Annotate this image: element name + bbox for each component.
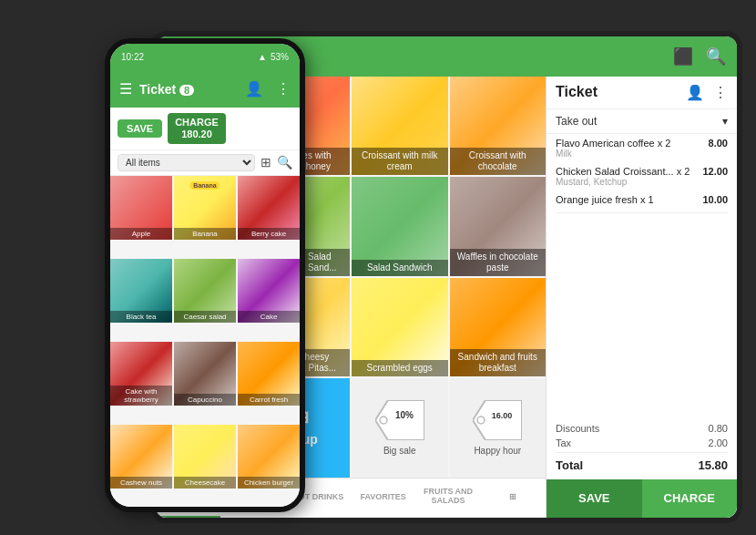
phone-item-label: Chicken burger (238, 477, 300, 489)
grid-item-label: Sandwich and fruits breakfast (450, 349, 547, 376)
ticket-header: Ticket 👤 ⋮ (547, 77, 737, 109)
ticket-item-name: Chicken Salad Croissant... x 2 (556, 166, 702, 177)
phone-item-label: Berry cake (238, 228, 300, 240)
ticket-actions: SAVE CHARGE (547, 479, 737, 518)
ticket-item: Orange juice fresh x 1 10.00 (556, 194, 728, 205)
grid-item-croissant-milk[interactable]: Croissant with milk cream (352, 77, 448, 176)
ticket-item-sub: Mustard, Ketchup (556, 177, 728, 187)
grid-item-label: Croissant with chocolate (450, 148, 547, 175)
phone-grid-item-chicken-burger[interactable]: Chicken burger (238, 425, 300, 489)
phone-more-icon[interactable]: ⋮ (276, 80, 291, 98)
wifi-icon: ▲ (258, 52, 267, 62)
phone-item-label: Cashew nuts (110, 477, 172, 489)
phone-grid-item-banana[interactable]: Banana Banana (174, 176, 236, 240)
dropdown-icon: ▾ (722, 115, 728, 128)
tax-row: Tax 2.00 (556, 437, 728, 448)
ticket-badge: 8 (179, 85, 194, 96)
phone-add-person-icon[interactable]: 👤 (245, 80, 263, 98)
ticket-header-icons: 👤 ⋮ (686, 84, 728, 101)
phone-time: 10:22 (121, 52, 144, 62)
grid-item-label: Croissant with milk cream (352, 148, 448, 175)
phone-grid-item-cashew-nuts[interactable]: Cashew nuts (110, 425, 172, 489)
grid-item-croissant-choc[interactable]: Croissant with chocolate (450, 77, 547, 176)
grid-item-sandwich-fruits[interactable]: Sandwich and fruits breakfast (450, 278, 547, 377)
grid-item-waffles[interactable]: Waffles in chocolate paste (450, 177, 547, 276)
phone-status-bar: 10:22 ▲ 53% (110, 44, 300, 71)
phone-grid-item-capuccino[interactable]: Capuccino (174, 342, 236, 406)
ticket-summary: Discounts 0.80 Tax 2.00 Total 15.80 (547, 419, 737, 479)
filter-icons: ⊞ 🔍 (261, 155, 292, 170)
ticket-item-price: 10.00 (702, 194, 728, 205)
phone-header-title: Ticket 8 (139, 82, 238, 97)
grid-item-happy-hour[interactable]: 16.00 Happy hour (450, 378, 547, 478)
phone-item-label: Cake (238, 311, 300, 323)
ticket-item-sub: Milk (556, 149, 728, 159)
discounts-label: Discounts (556, 423, 599, 434)
status-icons: ▲ 53% (258, 52, 289, 62)
total-value: 15.80 (698, 458, 728, 472)
phone-grid-item-berry-cake[interactable]: Berry cake (238, 176, 300, 240)
all-items-select[interactable]: All items (117, 154, 255, 171)
ticket-item-name: Flavo American coffee x 2 (556, 138, 709, 149)
battery-label: 53% (271, 52, 289, 62)
banana-badge: Banana (189, 181, 220, 190)
ticket-item-price: 8.00 (709, 138, 728, 149)
phone-grid-item-cheesecake[interactable]: Cheesecake (174, 425, 236, 489)
phone: 10:22 ▲ 53% ☰ Ticket 8 👤 ⋮ SAVE CHARGE18… (105, 38, 305, 512)
phone-grid-item-black-tea[interactable]: Black tea (110, 259, 172, 323)
total-label: Total (556, 458, 583, 472)
svg-text:16.00: 16.00 (492, 411, 513, 420)
tax-label: Tax (556, 437, 571, 448)
grid-item-big-sale[interactable]: 10% Big sale (352, 378, 448, 478)
phone-item-label: Cheesecake (174, 477, 236, 489)
save-button[interactable]: SAVE (547, 479, 642, 518)
barcode-icon[interactable]: ⬛ (673, 46, 693, 67)
phone-grid: Apple Banana Banana Berry cake Black tea… (110, 176, 300, 507)
search-icon[interactable]: 🔍 (706, 46, 726, 67)
tab-fruits-salads[interactable]: FRUITS AND SALADS (415, 478, 480, 518)
phone-item-label: Caesar salad (174, 311, 236, 323)
order-type-label: Take out (556, 115, 597, 128)
grid-item-salad-sandwich[interactable]: Salad Sandwich (352, 177, 448, 276)
ticket-type[interactable]: Take out ▾ (547, 109, 737, 134)
total-row: Total 15.80 (556, 452, 728, 472)
phone-charge-button[interactable]: CHARGE180.20 (168, 113, 226, 144)
discounts-row: Discounts 0.80 (556, 423, 728, 434)
phone-grid-item-apple[interactable]: Apple (110, 176, 172, 240)
phone-item-label: Banana (174, 228, 236, 240)
charge-button[interactable]: CHARGE (642, 479, 738, 518)
tablet-header-icons: ⬛ 🔍 (673, 46, 726, 67)
phone-hamburger-icon[interactable]: ☰ (119, 80, 132, 98)
ticket-panel: Ticket 👤 ⋮ Take out ▾ (546, 77, 737, 518)
phone-item-label: Black tea (110, 311, 172, 323)
phone-item-label: Apple (110, 228, 172, 240)
add-person-icon[interactable]: 👤 (686, 84, 704, 101)
more-options-icon[interactable]: ⋮ (713, 84, 728, 101)
phone-grid-item-caesar-salad[interactable]: Caesar salad (174, 259, 236, 323)
ticket-item-name: Orange juice fresh x 1 (556, 194, 702, 205)
phone-item-label: Cake with strawberry (110, 386, 172, 406)
phone-grid-item-cake-strawberry[interactable]: Cake with strawberry (110, 342, 172, 406)
ticket-title: Ticket (556, 84, 598, 100)
ticket-items: Flavo American coffee x 2 8.00 Milk Chic… (547, 134, 737, 419)
svg-text:10%: 10% (395, 410, 414, 420)
grid-icon[interactable]: ⊞ (261, 155, 271, 170)
phone-grid-item-carrot-fresh[interactable]: Carrot fresh (238, 342, 300, 406)
phone-search-icon[interactable]: 🔍 (277, 155, 292, 170)
tab-favorites[interactable]: FAVORITES (351, 478, 415, 518)
happy-hour-label: Happy hour (474, 446, 521, 456)
phone-save-button[interactable]: SAVE (117, 119, 162, 138)
grid-item-label: Scrambled eggs (352, 360, 448, 376)
grid-item-scrambled[interactable]: Scrambled eggs (352, 278, 448, 377)
svg-point-4 (477, 417, 485, 424)
phone-grid-item-cake[interactable]: Cake (238, 259, 300, 323)
discounts-value: 0.80 (709, 423, 728, 434)
phone-item-label: Carrot fresh (238, 394, 300, 406)
phone-item-label: Capuccino (174, 394, 236, 406)
ticket-item: Chicken Salad Croissant... x 2 12.00 Mus… (556, 166, 728, 187)
tax-value: 2.00 (709, 437, 728, 448)
ticket-item-price: 12.00 (702, 166, 728, 177)
tab-grid-view[interactable]: ⊞ (481, 478, 546, 518)
big-sale-label: Big sale (383, 446, 416, 456)
phone-header: ☰ Ticket 8 👤 ⋮ (110, 71, 300, 108)
